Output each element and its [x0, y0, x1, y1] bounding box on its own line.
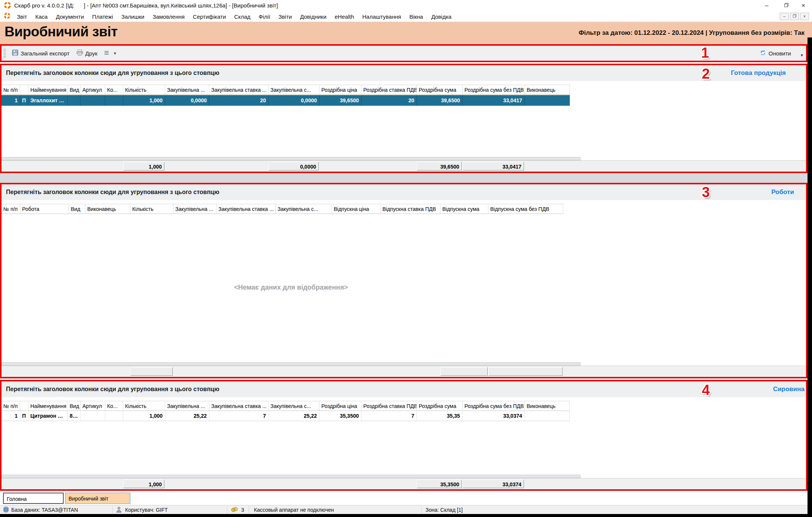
- menu-item[interactable]: Документи: [52, 13, 88, 20]
- grid-cell[interactable]: [525, 411, 570, 421]
- column-header[interactable]: [20, 401, 28, 411]
- column-header[interactable]: Роздрібна сума: [417, 85, 463, 94]
- column-header[interactable]: Робота: [20, 204, 69, 214]
- column-header[interactable]: Відпускна сума без ПДВ: [488, 204, 563, 214]
- group-by-bar[interactable]: Перетягніть заголовок колонки сюди для у…: [1, 184, 806, 200]
- column-header[interactable]: Ко...: [105, 85, 123, 94]
- mdi-minimize-button[interactable]: –: [780, 13, 789, 20]
- refresh-button[interactable]: Оновити: [760, 49, 791, 57]
- column-header[interactable]: № п/п: [1, 204, 20, 214]
- column-header[interactable]: Вид: [68, 401, 81, 411]
- column-header[interactable]: Найменування: [28, 401, 68, 411]
- column-header[interactable]: Закупівельна с...: [276, 204, 332, 214]
- grid-cell[interactable]: 1,000: [123, 95, 165, 106]
- close-button[interactable]: ×: [797, 1, 810, 10]
- grid-cell[interactable]: 1: [1, 95, 20, 106]
- menu-item[interactable]: Налаштування: [358, 13, 405, 20]
- grid-cell[interactable]: 20: [361, 95, 417, 106]
- menu-item[interactable]: Вікна: [405, 13, 427, 20]
- column-header[interactable]: Кількість: [123, 401, 165, 411]
- grid-cell[interactable]: 8…: [68, 411, 81, 421]
- grid-cell[interactable]: 1: [1, 411, 20, 421]
- menu-item[interactable]: eHealth: [331, 13, 358, 20]
- column-header[interactable]: Вид: [69, 204, 85, 214]
- column-header[interactable]: Відпускна ставка ПДВ: [381, 204, 440, 214]
- grid-cell[interactable]: П: [20, 411, 28, 421]
- grid-cell[interactable]: 25,22: [269, 411, 319, 421]
- grid-cell[interactable]: 7: [361, 411, 417, 421]
- column-header[interactable]: Закупівельна ставка ...: [209, 401, 269, 411]
- column-header[interactable]: № п/п: [1, 401, 20, 411]
- menu-item[interactable]: Довідники: [296, 13, 330, 20]
- grid-cell[interactable]: 0,0000: [269, 95, 319, 106]
- grid-cell[interactable]: [525, 95, 570, 106]
- group-by-bar[interactable]: Перетягніть заголовок колонки сюди для у…: [1, 65, 806, 81]
- column-header[interactable]: Роздрібна сума без ПДВ: [463, 401, 525, 411]
- grid-cell[interactable]: [105, 411, 123, 421]
- minimize-button[interactable]: –: [760, 1, 773, 10]
- column-header[interactable]: Виконавець: [85, 204, 130, 214]
- toolbar-grip[interactable]: [4, 49, 6, 58]
- menu-item[interactable]: Довідка: [427, 13, 455, 20]
- grid-row-selected[interactable]: 1ПЭгаллохит …1,0000,0000200,000039,65002…: [1, 95, 570, 106]
- column-header[interactable]: Закупівельна с...: [269, 401, 319, 411]
- column-header[interactable]: Роздрібна ціна: [319, 85, 361, 94]
- group-by-bar[interactable]: Перетягніть заголовок колонки сюди для у…: [1, 381, 806, 397]
- column-header[interactable]: Закупівельна ставка ...: [216, 204, 276, 214]
- column-header[interactable]: Роздрібна сума без ПДВ: [463, 85, 525, 94]
- grid-cell[interactable]: 20: [209, 95, 269, 106]
- panel-splitter[interactable]: [0, 173, 808, 183]
- menu-item[interactable]: Сертифікати: [189, 13, 230, 20]
- tab-home[interactable]: Головна: [3, 493, 64, 504]
- grid-cell[interactable]: 1,000: [123, 411, 165, 421]
- mdi-restore-button[interactable]: [790, 13, 799, 20]
- column-header[interactable]: Виконавець: [525, 85, 570, 94]
- mdi-close-button[interactable]: ×: [800, 13, 809, 20]
- menu-item[interactable]: Звіт: [13, 13, 31, 20]
- menu-item[interactable]: Залишки: [117, 13, 149, 20]
- grid-cell[interactable]: [81, 411, 105, 421]
- grid-cell[interactable]: 39,6500: [417, 95, 463, 106]
- column-header[interactable]: Роздрібна ставка ПДВ: [361, 85, 417, 94]
- menu-item[interactable]: Філії: [255, 13, 275, 20]
- horizontal-scrollbar[interactable]: [1, 362, 581, 366]
- toolbar-overflow-caret-icon[interactable]: ▼: [800, 53, 804, 57]
- menu-item[interactable]: Склад: [230, 13, 254, 20]
- column-header[interactable]: Найменування: [28, 85, 68, 94]
- grid-cell[interactable]: Эгаллохит …: [28, 95, 68, 106]
- grid-cell[interactable]: 7: [209, 411, 269, 421]
- print-button[interactable]: Друк: [73, 48, 101, 59]
- column-header[interactable]: Закупівельна ставка ...: [209, 85, 269, 94]
- grid-cell[interactable]: [68, 95, 81, 106]
- column-header[interactable]: Кількість: [130, 204, 173, 214]
- menu-item[interactable]: Замовлення: [148, 13, 188, 20]
- tab-production-report[interactable]: Виробничий звіт: [65, 493, 130, 504]
- column-header[interactable]: Артикул: [81, 401, 105, 411]
- grid-cell[interactable]: 39,6500: [319, 95, 361, 106]
- column-header[interactable]: [20, 85, 28, 94]
- grid-cell[interactable]: 35,35: [417, 411, 463, 421]
- grid-cell[interactable]: 35,3500: [319, 411, 361, 421]
- grid-cell[interactable]: Цитрамон …: [28, 411, 68, 421]
- column-header[interactable]: Роздрібна сума: [417, 401, 463, 411]
- menu-item[interactable]: Звіти: [275, 13, 296, 20]
- column-header[interactable]: Роздрібна ставка ПДВ: [361, 401, 417, 411]
- columns-button[interactable]: ▼: [101, 48, 120, 59]
- export-button[interactable]: Загальний експорт: [9, 48, 73, 59]
- column-header[interactable]: Виконавець: [525, 401, 570, 411]
- grid-cell[interactable]: 33,0374: [463, 411, 525, 421]
- horizontal-scrollbar[interactable]: [1, 157, 581, 160]
- column-header[interactable]: Закупівельна ...: [173, 204, 216, 214]
- menu-item[interactable]: Платежі: [88, 13, 117, 20]
- grid-cell[interactable]: 25,22: [165, 411, 209, 421]
- horizontal-scrollbar[interactable]: [1, 475, 581, 478]
- column-header[interactable]: Закупівельна ...: [165, 401, 209, 411]
- column-header[interactable]: Відпускна сума: [440, 204, 488, 214]
- menu-item[interactable]: Каса: [31, 13, 52, 20]
- column-header[interactable]: Вид: [68, 85, 81, 94]
- restore-button[interactable]: [780, 1, 793, 10]
- column-header[interactable]: № п/п: [1, 85, 20, 94]
- grid-cell[interactable]: [81, 95, 105, 106]
- column-header[interactable]: Ко...: [105, 401, 123, 411]
- grid-row[interactable]: 1ПЦитрамон …8…1,00025,22725,2235,3500735…: [1, 411, 570, 421]
